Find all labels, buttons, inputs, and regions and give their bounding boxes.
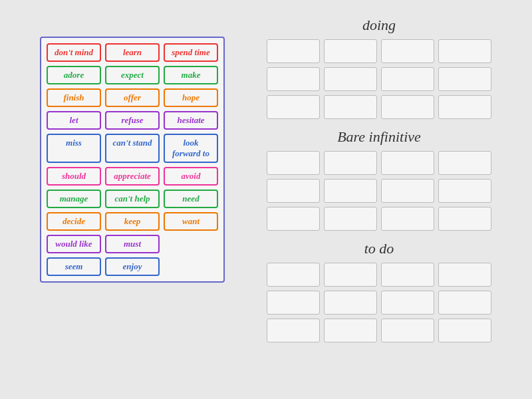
drop-cell[interactable] xyxy=(381,67,434,91)
drop-cell[interactable] xyxy=(267,291,320,315)
section-title: Bare infinitive xyxy=(246,128,512,146)
drop-cell[interactable] xyxy=(267,263,320,287)
drop-cell[interactable] xyxy=(267,95,320,119)
drop-cell[interactable] xyxy=(438,291,491,315)
drop-cell[interactable] xyxy=(267,319,320,342)
word-card[interactable]: let xyxy=(47,111,101,130)
word-card[interactable]: expect xyxy=(105,66,160,84)
word-card[interactable]: finish xyxy=(47,88,101,107)
drop-cell[interactable] xyxy=(324,179,377,203)
drop-cell[interactable] xyxy=(381,151,434,175)
word-card[interactable]: make xyxy=(164,66,218,84)
drop-cell[interactable] xyxy=(267,207,320,231)
drop-row xyxy=(246,67,512,91)
word-card[interactable]: avoid xyxy=(164,167,218,186)
section-doing: doing xyxy=(246,17,512,119)
drop-row xyxy=(246,319,512,342)
word-card[interactable]: can't stand xyxy=(105,134,160,163)
drop-cell[interactable] xyxy=(267,67,320,91)
drop-cell[interactable] xyxy=(324,67,377,91)
drop-cell[interactable] xyxy=(267,179,320,203)
drop-cell[interactable] xyxy=(381,291,434,315)
word-card[interactable]: seem xyxy=(47,257,101,276)
word-card[interactable]: hope xyxy=(164,88,218,107)
drop-zones: doingBare infinitiveto do xyxy=(246,17,512,352)
drop-cell[interactable] xyxy=(324,207,377,231)
word-card[interactable]: would like xyxy=(47,235,101,253)
section-title: doing xyxy=(246,17,512,34)
word-card[interactable]: should xyxy=(47,167,101,186)
drop-cell[interactable] xyxy=(267,39,320,63)
drop-cell[interactable] xyxy=(438,179,491,203)
drop-row xyxy=(246,151,512,175)
drop-row xyxy=(246,95,512,119)
drop-row xyxy=(246,207,512,231)
drop-cell[interactable] xyxy=(381,95,434,119)
drop-cell[interactable] xyxy=(438,67,491,91)
word-card[interactable]: want xyxy=(164,212,218,231)
word-card[interactable]: keep xyxy=(105,212,160,231)
drop-cell[interactable] xyxy=(438,39,491,63)
drop-cell[interactable] xyxy=(324,263,377,287)
word-card[interactable]: enjoy xyxy=(105,257,160,276)
drop-cell[interactable] xyxy=(324,151,377,175)
drop-cell[interactable] xyxy=(381,207,434,231)
word-card[interactable]: spend time xyxy=(164,43,218,62)
drop-cell[interactable] xyxy=(324,39,377,63)
drop-cell[interactable] xyxy=(324,95,377,119)
drop-cell[interactable] xyxy=(381,39,434,63)
drop-row xyxy=(246,39,512,63)
word-card[interactable]: don't mind xyxy=(47,43,101,62)
drop-cell[interactable] xyxy=(438,319,491,342)
word-card[interactable]: refuse xyxy=(105,111,160,130)
drop-row xyxy=(246,263,512,287)
word-card[interactable]: need xyxy=(164,190,218,208)
word-card[interactable]: hesitate xyxy=(164,111,218,130)
drop-cell[interactable] xyxy=(267,151,320,175)
word-card[interactable]: must xyxy=(105,235,160,253)
word-bank: don't mindlearnspend timeadoreexpectmake… xyxy=(40,37,225,283)
word-card[interactable]: adore xyxy=(47,66,101,84)
drop-cell[interactable] xyxy=(438,263,491,287)
drop-cell[interactable] xyxy=(438,151,491,175)
word-card[interactable]: appreciate xyxy=(105,167,160,186)
word-card[interactable]: decide xyxy=(47,212,101,231)
drop-cell[interactable] xyxy=(381,263,434,287)
section-to-do: to do xyxy=(246,240,512,342)
word-card[interactable]: miss xyxy=(47,134,101,163)
word-card[interactable]: can't help xyxy=(105,190,160,208)
drop-cell[interactable] xyxy=(438,95,491,119)
drop-cell[interactable] xyxy=(324,319,377,342)
drop-row xyxy=(246,179,512,203)
word-card[interactable]: look forward to xyxy=(164,134,218,163)
drop-cell[interactable] xyxy=(438,207,491,231)
drop-cell[interactable] xyxy=(324,291,377,315)
word-card[interactable]: offer xyxy=(105,88,160,107)
drop-cell[interactable] xyxy=(381,319,434,342)
drop-row xyxy=(246,291,512,315)
drop-cell[interactable] xyxy=(381,179,434,203)
section-title: to do xyxy=(246,240,512,257)
section-bare-infinitive: Bare infinitive xyxy=(246,128,512,231)
word-card[interactable]: learn xyxy=(105,43,160,62)
word-card[interactable]: manage xyxy=(47,190,101,208)
